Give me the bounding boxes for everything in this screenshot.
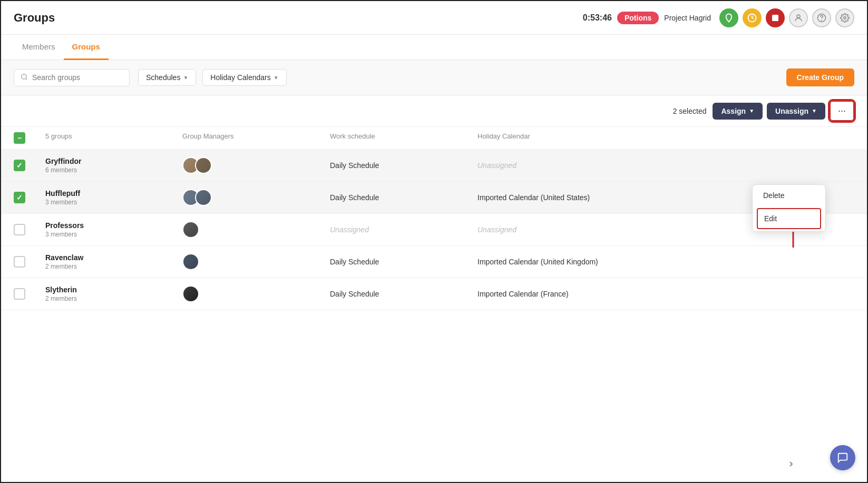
group-info-professors: Professors 3 members bbox=[45, 221, 182, 238]
edit-menu-item[interactable]: Edit bbox=[757, 208, 821, 229]
svg-point-2 bbox=[797, 15, 800, 18]
search-icon bbox=[21, 73, 28, 82]
svg-line-7 bbox=[26, 78, 27, 80]
header-icons bbox=[719, 8, 854, 27]
table-row: Ravenclaw 2 members Daily Schedule Impor… bbox=[1, 246, 867, 278]
assign-button[interactable]: Assign ▼ bbox=[713, 103, 763, 120]
header-managers: Group Managers bbox=[182, 132, 330, 144]
timer-display: 0:53:46 bbox=[583, 13, 612, 23]
select-all-checkbox[interactable]: − bbox=[14, 132, 25, 144]
app-header: Groups 0:53:46 Potions Project Hagrid bbox=[1, 1, 867, 35]
tab-groups[interactable]: Groups bbox=[64, 35, 109, 60]
holiday-arrow-icon: ▼ bbox=[274, 75, 279, 81]
group-info-slytherin: Slytherin 2 members bbox=[45, 285, 182, 302]
calendar-slytherin: Imported Calendar (France) bbox=[477, 290, 854, 298]
schedule-gryffindor: Daily Schedule bbox=[330, 161, 477, 170]
header-schedule: Work schedule bbox=[330, 132, 477, 144]
group-info-hufflepuff: Hufflepuff 3 members bbox=[45, 189, 182, 206]
session-badge: Potions bbox=[617, 12, 659, 24]
schedule-slytherin: Daily Schedule bbox=[330, 290, 477, 298]
icon-red-circle[interactable] bbox=[766, 8, 785, 27]
selection-bar: 2 selected Assign ▼ Unassign ▼ ··· bbox=[1, 95, 867, 127]
table-row: ✓ Gryffindor 6 members Daily Schedule Un… bbox=[1, 150, 867, 182]
icon-green-circle[interactable] bbox=[719, 8, 738, 27]
schedule-ravenclaw: Daily Schedule bbox=[330, 258, 477, 266]
managers-gryffindor bbox=[182, 157, 330, 174]
row-checkbox-professors[interactable] bbox=[14, 224, 45, 235]
schedules-filter[interactable]: Schedules ▼ bbox=[138, 69, 196, 86]
svg-point-5 bbox=[844, 16, 846, 19]
user-profile-icon[interactable] bbox=[789, 8, 808, 27]
row-checkbox-gryffindor[interactable]: ✓ bbox=[14, 160, 45, 171]
group-info-gryffindor: Gryffindor 6 members bbox=[45, 157, 182, 174]
more-actions-button[interactable]: ··· bbox=[830, 101, 854, 121]
help-icon[interactable] bbox=[812, 8, 831, 27]
icon-yellow-circle[interactable] bbox=[743, 8, 762, 27]
managers-professors bbox=[182, 221, 330, 238]
svg-point-6 bbox=[22, 74, 26, 78]
settings-icon[interactable] bbox=[835, 8, 854, 27]
group-info-ravenclaw: Ravenclaw 2 members bbox=[45, 253, 182, 270]
toolbar: Schedules ▼ Holiday Calendars ▼ Create G… bbox=[1, 60, 867, 95]
avatar bbox=[182, 221, 199, 238]
calendar-gryffindor: Unassigned bbox=[477, 161, 854, 170]
svg-point-4 bbox=[822, 20, 822, 21]
schedule-professors: Unassigned bbox=[330, 225, 477, 234]
table-row: Professors 3 members Unassigned Unassign… bbox=[1, 214, 867, 246]
header-group-count: 5 groups bbox=[45, 132, 182, 144]
calendar-ravenclaw: Imported Calendar (United Kingdom) bbox=[477, 258, 854, 266]
assign-arrow-icon: ▼ bbox=[749, 108, 754, 114]
avatar bbox=[195, 157, 212, 174]
expand-sidebar-button[interactable] bbox=[785, 458, 793, 470]
svg-rect-1 bbox=[772, 15, 778, 21]
more-actions-dropdown: Delete Edit bbox=[752, 184, 826, 232]
header-checkbox-cell: − bbox=[14, 132, 45, 144]
managers-hufflepuff bbox=[182, 189, 330, 206]
row-checkbox-ravenclaw[interactable] bbox=[14, 256, 45, 268]
tabs-bar: Members Groups bbox=[1, 35, 867, 60]
table-header: − 5 groups Group Managers Work schedule … bbox=[1, 127, 867, 150]
row-checkbox-hufflepuff[interactable]: ✓ bbox=[14, 192, 45, 203]
table-row: Slytherin 2 members Daily Schedule Impor… bbox=[1, 278, 867, 310]
unassign-arrow-icon: ▼ bbox=[812, 108, 817, 114]
header-calendar: Holiday Calendar bbox=[477, 132, 854, 144]
page-title: Groups bbox=[14, 11, 55, 25]
avatar bbox=[182, 253, 199, 270]
unassign-button[interactable]: Unassign ▼ bbox=[767, 103, 825, 120]
create-group-button[interactable]: Create Group bbox=[786, 68, 854, 86]
chat-button[interactable] bbox=[830, 445, 855, 470]
delete-menu-item[interactable]: Delete bbox=[753, 185, 825, 206]
schedule-hufflepuff: Daily Schedule bbox=[330, 193, 477, 202]
search-wrapper bbox=[14, 69, 130, 86]
table-row: ✓ Hufflepuff 3 members Daily Schedule Im… bbox=[1, 182, 867, 214]
selected-count: 2 selected bbox=[673, 107, 707, 115]
managers-ravenclaw bbox=[182, 253, 330, 270]
avatar bbox=[195, 189, 212, 206]
search-input[interactable] bbox=[32, 73, 123, 82]
managers-slytherin bbox=[182, 285, 330, 302]
groups-table: − 5 groups Group Managers Work schedule … bbox=[1, 127, 867, 482]
schedules-arrow-icon: ▼ bbox=[183, 75, 188, 81]
tab-members[interactable]: Members bbox=[14, 35, 64, 60]
avatar bbox=[182, 285, 199, 302]
holiday-calendars-filter[interactable]: Holiday Calendars ▼ bbox=[202, 69, 286, 86]
row-checkbox-slytherin[interactable] bbox=[14, 288, 45, 300]
project-label: Project Hagrid bbox=[664, 14, 711, 22]
